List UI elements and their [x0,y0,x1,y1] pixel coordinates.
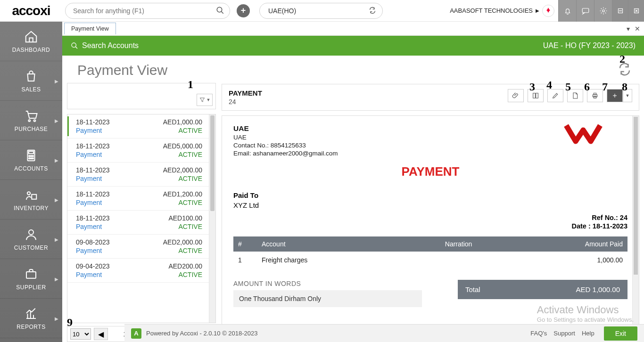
svg-point-3 [602,9,604,12]
nav-supplier[interactable]: SUPPLIER ▶ [0,259,62,299]
row-date: 18-11-2023 [76,214,110,222]
list-item[interactable]: 18-11-2023AED2,000.00PaymentACTIVE [67,163,209,187]
list-item[interactable]: 18-11-2023AED1,200.00PaymentACTIVE [67,187,209,211]
row-status: ACTIVE [178,247,202,254]
list-item[interactable]: 09-08-2023AED2,000.00PaymentACTIVE [67,235,209,259]
col-account: Account [257,236,440,252]
row-date: 09-08-2023 [76,238,110,246]
refresh-button[interactable] [618,62,632,76]
nav-label: SUPPLIER [16,284,46,291]
svg-rect-19 [32,194,36,199]
footer-logo-icon: A [131,328,141,339]
tab-payment-view[interactable]: Payment View [64,23,116,34]
exit-button[interactable]: Exit [604,326,637,341]
row-type: Payment [76,127,102,134]
svg-rect-22 [26,272,36,278]
footer-support-link[interactable]: Support [553,330,575,337]
footer-help-link[interactable]: Help [582,330,594,337]
col-num: # [233,236,257,252]
footer-faq-link[interactable]: FAQ's [530,330,547,337]
tab-right-tools: ▾ ✕ [627,25,644,33]
payee-name: XYZ Ltd [233,201,627,209]
edit-button[interactable] [547,89,563,102]
sync-icon[interactable] [369,7,376,14]
line-items-table: # Account Narration Amount Paid 1 Freigh… [233,236,627,269]
chevron-down-icon: ▼ [626,93,630,98]
quick-add-button[interactable]: + [237,4,250,17]
svg-point-14 [31,155,32,157]
row-amount: AED100.00 [168,214,202,222]
row-amount: AED5,000.00 [163,142,202,150]
briefcase-icon [24,267,38,281]
user-avatar-icon[interactable] [542,5,554,17]
chevron-right-icon: ▶ [55,316,58,321]
list-item[interactable]: 18-11-2023AED1,000.00PaymentACTIVE [67,114,209,138]
nav-purchase[interactable]: PURCHASE ▶ [0,101,62,140]
document-header-number: 24 [229,98,262,106]
company-menu[interactable]: AABASOFT TECHNOLOGIES ▶ [450,7,542,14]
cell-amount: 1,000.00 [561,252,627,269]
row-date: 18-11-2023 [76,142,110,150]
bag-icon [24,69,38,83]
footer-powered: Powered by Accoxi - 2.0.10 © 2018-2023 [146,330,258,337]
company-name: AABASOFT TECHNOLOGIES [450,7,533,14]
inventory-icon [24,188,38,202]
chevron-down-icon: ▼ [206,98,211,102]
attach-button[interactable] [508,89,524,102]
svg-line-1 [221,11,223,14]
svg-rect-27 [594,96,596,98]
nav-accounts[interactable]: ACCOUNTS ▶ [0,140,62,180]
org-selector-input[interactable] [259,3,383,19]
minimize-tab-icon[interactable]: ▾ [627,25,630,33]
svg-point-20 [27,192,30,195]
chevron-right-icon: ▶ [55,197,58,202]
print-button[interactable] [587,89,603,102]
svg-line-24 [75,47,77,49]
row-status: ACTIVE [178,199,202,206]
svg-point-13 [29,155,30,157]
minimize-button[interactable] [612,0,628,22]
list-item[interactable]: 09-04-2023AED200.00PaymentACTIVE [67,259,209,283]
search-accounts-button[interactable]: Search Accounts [71,41,139,50]
prev-page-button[interactable]: ◀ [94,328,108,340]
filter-button[interactable]: ▼ [197,94,213,106]
fy-context: UAE - HO (FY 2023 - 2023) [543,41,636,50]
scrollbar[interactable] [209,114,215,323]
nav-label: DASHBOARD [12,47,50,53]
scrollbar[interactable] [632,116,639,342]
new-button[interactable] [607,89,623,102]
new-dropdown[interactable]: ▼ [623,89,632,102]
global-search-input[interactable] [65,3,230,19]
list-item[interactable]: 18-11-2023AED5,000.00PaymentACTIVE [67,138,209,163]
row-date: 18-11-2023 [76,166,110,174]
notifications-button[interactable] [558,0,576,22]
page-title: Payment View [67,56,216,83]
list-item[interactable]: 18-11-2023AED100.00PaymentACTIVE [67,211,209,235]
nav-dashboard[interactable]: DASHBOARD [0,22,62,61]
messages-button[interactable] [576,0,594,22]
amount-in-words: AMOUNT IN WORDS One Thousand Dirham Only [233,280,439,307]
page-size-select[interactable]: 10 [70,328,91,340]
list-panel: Payment View 1 ▼ 18-11-2023AED1,000.00Pa… [67,56,216,342]
journal-button[interactable] [528,89,544,102]
nav-customer[interactable]: CUSTOMER ▶ [0,220,62,259]
chart-icon [24,307,38,321]
footer: A Powered by Accoxi - 2.0.10 © 2018-2023… [124,324,644,342]
search-icon[interactable] [216,6,224,15]
svg-point-9 [28,120,30,122]
new-split-button[interactable]: ▼ [607,89,632,102]
payment-list: 18-11-2023AED1,000.00PaymentACTIVE18-11-… [67,114,216,323]
row-type: Payment [76,151,102,158]
settings-button[interactable] [594,0,612,22]
chevron-right-icon: ▶ [55,276,58,281]
pdf-button[interactable] [567,89,583,102]
row-type: Payment [76,223,102,230]
nav-sales[interactable]: SALES ▶ [0,61,62,101]
close-button[interactable] [628,0,644,22]
row-type: Payment [76,199,102,206]
nav-inventory[interactable]: INVENTORY ▶ [0,180,62,220]
global-search [65,3,230,19]
cell-narration [440,252,561,269]
nav-reports[interactable]: REPORTS ▶ [0,299,62,338]
close-tab-icon[interactable]: ✕ [635,25,640,33]
